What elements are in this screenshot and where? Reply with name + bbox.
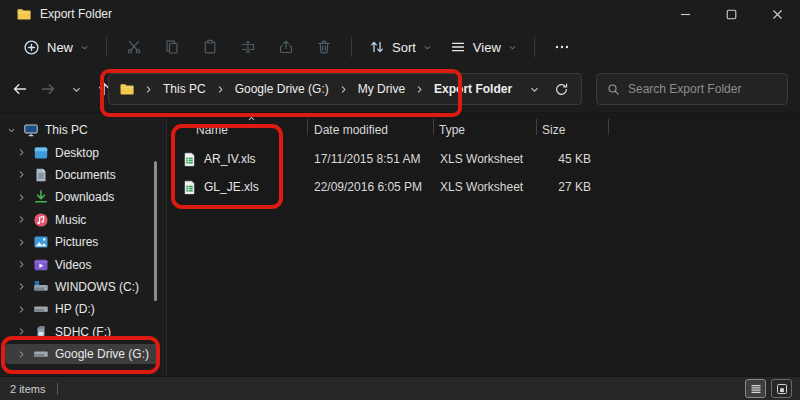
back-button[interactable]: [6, 74, 34, 104]
rename-icon: [240, 39, 256, 55]
breadcrumb-export-folder[interactable]: Export Folder: [431, 80, 515, 98]
arrow-left-icon: [12, 81, 28, 97]
column-header-name[interactable]: Name: [167, 123, 308, 137]
sidebar-item-pictures[interactable]: Pictures: [0, 231, 166, 253]
sidebar-item-label: SDHC (F:): [55, 325, 111, 339]
column-divider[interactable]: [536, 119, 537, 135]
toolbar-divider: [106, 37, 107, 57]
breadcrumb: This PC Google Drive (G:) My Drive Expor…: [119, 80, 529, 98]
column-header-date[interactable]: Date modified: [308, 123, 433, 137]
chevron-down-icon: [71, 84, 82, 95]
sidebar-item-label: Downloads: [55, 190, 114, 204]
refresh-button[interactable]: [554, 82, 569, 97]
breadcrumb-this-pc[interactable]: This PC: [160, 80, 209, 98]
copy-button[interactable]: [153, 32, 191, 62]
file-name: GL_JE.xls: [204, 180, 259, 194]
file-list-pane: Name Date modified Type Size AR_IV.xls: [166, 113, 800, 376]
paste-button[interactable]: [191, 32, 229, 62]
chevron-right-icon: [16, 305, 26, 314]
sidebar-item-hp-d[interactable]: HP (D:): [0, 298, 166, 320]
maximize-button[interactable]: [708, 0, 754, 28]
file-type: XLS Worksheet: [434, 152, 537, 166]
sidebar-item-windows-c[interactable]: WINDOWS (C:): [0, 276, 166, 298]
forward-button[interactable]: [34, 74, 62, 104]
column-divider[interactable]: [433, 119, 434, 135]
sidebar-item-music[interactable]: Music: [0, 209, 166, 231]
chevron-down-icon: [423, 43, 432, 52]
large-icons-view-button[interactable]: [771, 379, 792, 398]
sidebar-item-google-drive[interactable]: Google Drive (G:): [0, 343, 166, 365]
sidebar-item-downloads[interactable]: Downloads: [0, 186, 166, 208]
sort-button[interactable]: Sort: [360, 34, 441, 60]
breadcrumb-chevron-icon: [415, 85, 424, 94]
cut-button[interactable]: [115, 32, 153, 62]
sidebar-item-label: Videos: [55, 258, 91, 272]
address-dropdown-button[interactable]: [529, 84, 540, 95]
close-button[interactable]: [754, 0, 800, 28]
chevron-right-icon: [16, 238, 26, 247]
address-bar[interactable]: This PC Google Drive (G:) My Drive Expor…: [108, 73, 582, 105]
view-button-label: View: [473, 40, 501, 55]
chevron-right-icon: [16, 193, 26, 202]
delete-button[interactable]: [305, 32, 343, 62]
sidebar-scrollbar[interactable]: [154, 161, 157, 301]
sidebar-item-label: This PC: [45, 123, 88, 137]
item-count: 2 items: [10, 383, 45, 395]
breadcrumb-google-drive[interactable]: Google Drive (G:): [232, 80, 332, 98]
copy-icon: [164, 39, 180, 55]
sort-arrows-icon: [369, 39, 385, 55]
search-input[interactable]: [628, 82, 783, 96]
sidebar-item-sdhc-f[interactable]: SDHC (F:): [0, 321, 166, 343]
recent-locations-button[interactable]: [62, 74, 90, 104]
this-pc-icon: [22, 122, 39, 138]
chevron-expanded-icon: [6, 126, 16, 135]
column-divider[interactable]: [608, 119, 609, 135]
details-view-icon: [750, 383, 762, 395]
table-row-gl-je[interactable]: GL_JE.xls 22/09/2016 6:05 PM XLS Workshe…: [167, 173, 800, 201]
column-divider[interactable]: [307, 119, 308, 135]
drive-icon: [32, 346, 49, 362]
breadcrumb-my-drive[interactable]: My Drive: [355, 80, 408, 98]
chevron-down-icon: [529, 84, 540, 95]
status-divider: [57, 383, 58, 395]
sidebar-item-label: Desktop: [55, 146, 99, 160]
sort-ascending-icon: [247, 114, 256, 123]
windows-drive-icon: [32, 279, 49, 295]
sidebar-item-label: HP (D:): [55, 302, 95, 316]
sidebar-item-documents[interactable]: Documents: [0, 164, 166, 186]
refresh-icon: [554, 82, 569, 97]
column-header-type[interactable]: Type: [433, 123, 536, 137]
chevron-right-icon: [16, 327, 26, 336]
chevron-right-icon: [16, 260, 26, 269]
breadcrumb-chevron-icon: [144, 85, 153, 94]
arrow-right-icon: [40, 81, 56, 97]
details-view-button[interactable]: [745, 379, 766, 398]
toolbar-divider: [534, 37, 535, 57]
sidebar-item-desktop[interactable]: Desktop: [0, 141, 166, 163]
new-button[interactable]: New: [14, 34, 98, 61]
view-button[interactable]: View: [441, 34, 526, 60]
status-bar: 2 items: [0, 376, 800, 400]
sidebar-item-videos[interactable]: Videos: [0, 253, 166, 275]
sidebar-item-this-pc[interactable]: This PC: [0, 119, 166, 141]
xls-file-icon: [182, 152, 197, 167]
downloads-icon: [32, 189, 49, 205]
table-row-ar-iv[interactable]: AR_IV.xls 17/11/2015 8:51 AM XLS Workshe…: [167, 145, 800, 173]
desktop-icon: [32, 145, 49, 161]
chevron-right-icon: [16, 215, 26, 224]
column-headers: Name Date modified Type Size: [167, 113, 800, 141]
share-button[interactable]: [267, 32, 305, 62]
sd-card-icon: [32, 324, 49, 340]
paste-icon: [202, 39, 218, 55]
chevron-down-icon: [508, 43, 517, 52]
breadcrumb-chevron-icon: [339, 85, 348, 94]
navigation-pane: This PC Desktop Documents Downloads: [0, 113, 166, 376]
music-icon: [32, 212, 49, 228]
column-header-size[interactable]: Size: [536, 123, 608, 137]
scissors-icon: [126, 39, 142, 55]
rename-button[interactable]: [229, 32, 267, 62]
see-more-button[interactable]: [543, 32, 581, 62]
sort-button-label: Sort: [392, 40, 416, 55]
chevron-right-icon: [16, 350, 26, 359]
minimize-button[interactable]: [662, 0, 708, 28]
